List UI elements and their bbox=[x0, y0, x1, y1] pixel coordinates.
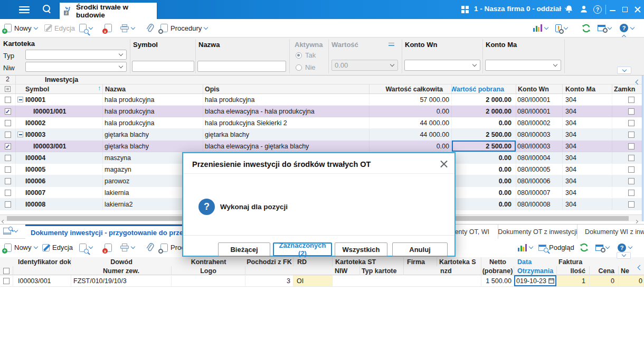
column-header-symbol[interactable]: Symbol bbox=[16, 85, 103, 93]
niw-select[interactable] bbox=[25, 62, 127, 72]
scroll-left-icon[interactable] bbox=[2, 217, 5, 225]
menu-icon[interactable] bbox=[19, 5, 31, 15]
refresh-button[interactable] bbox=[582, 19, 591, 37]
table-row[interactable]: I00003/001giętarka blachyblacha elewacyj… bbox=[0, 141, 642, 152]
cell-zamknieta[interactable] bbox=[612, 94, 642, 105]
column-header-zamknieta[interactable]: Zamkn bbox=[612, 85, 642, 93]
edit-button[interactable]: Edycja bbox=[44, 19, 75, 37]
print-button[interactable] bbox=[120, 239, 135, 256]
print-button[interactable] bbox=[120, 19, 135, 37]
cell-zamknieta[interactable] bbox=[612, 141, 642, 152]
column-header-opis[interactable]: Opis bbox=[203, 85, 370, 93]
column-header-cena[interactable]: Cena bbox=[590, 266, 619, 275]
layout-settings-button[interactable] bbox=[598, 19, 611, 37]
column-header-firma[interactable]: Firma bbox=[404, 257, 437, 266]
document-row[interactable]: I00003/001 FZST/010/19/10/3 3 OI 1 500.0… bbox=[0, 275, 644, 287]
user-icon[interactable] bbox=[580, 5, 588, 15]
row-checkbox[interactable] bbox=[0, 152, 16, 163]
notifications-icon[interactable] bbox=[565, 5, 573, 15]
cell-zamknieta[interactable] bbox=[612, 187, 642, 198]
attachments-button[interactable] bbox=[146, 239, 154, 256]
panel-view-selector[interactable] bbox=[3, 228, 17, 235]
scroll-right-icon[interactable] bbox=[635, 217, 638, 225]
tab-dokumenty-inwestycji[interactable]: Dokumenty inwestycji - przygotowanie do … bbox=[25, 225, 190, 239]
select-all-checkbox[interactable] bbox=[0, 85, 16, 93]
cell-data-otrzymania[interactable]: 019-10-23 bbox=[514, 275, 557, 286]
column-header-konto-ma[interactable]: Konto Ma bbox=[563, 85, 612, 93]
aktywna-tak-radio[interactable]: Tak bbox=[296, 51, 316, 59]
table-row[interactable]: I00001hala produkcyjnahala produkcyjna57… bbox=[0, 94, 642, 106]
cell-wartosc-pobrana[interactable]: 2 500.00 bbox=[452, 141, 516, 152]
layout-settings-button[interactable] bbox=[595, 239, 609, 256]
collapse-row-icon[interactable] bbox=[17, 132, 23, 137]
row-checkbox[interactable] bbox=[0, 187, 16, 198]
row-checkbox[interactable] bbox=[0, 141, 16, 152]
preview-button[interactable]: Podgląd bbox=[538, 239, 574, 256]
maximize-button[interactable] bbox=[622, 7, 628, 12]
apps-grid-icon[interactable] bbox=[461, 6, 469, 13]
column-header-typ-kartoteki[interactable]: Typ kartote bbox=[360, 266, 404, 275]
cell-zamknieta[interactable] bbox=[612, 164, 642, 175]
collapse-row-icon[interactable] bbox=[17, 97, 23, 102]
tab-dokumenty-ot-z-inwestycji[interactable]: Dokumenty OT z inwestycji bbox=[498, 225, 577, 239]
row-checkbox[interactable] bbox=[0, 129, 16, 140]
row-checkbox[interactable] bbox=[0, 106, 16, 117]
table-row[interactable]: I00001/001hala produkcyjnablacha elewacy… bbox=[0, 106, 642, 117]
konto-ma-select[interactable] bbox=[485, 60, 561, 71]
new-button[interactable]: Nowy bbox=[4, 239, 37, 256]
row-checkbox[interactable] bbox=[0, 199, 16, 210]
delete-button[interactable] bbox=[105, 19, 112, 37]
row-checkbox[interactable] bbox=[0, 275, 13, 286]
column-header-numer-zew[interactable]: Numer zew. bbox=[71, 266, 172, 275]
cell-zamknieta[interactable] bbox=[612, 117, 642, 128]
procedures-button[interactable]: Procedury bbox=[160, 19, 207, 37]
search-documents-button[interactable] bbox=[79, 19, 92, 37]
delete-button[interactable] bbox=[105, 239, 112, 256]
column-header-netto[interactable]: Netto bbox=[481, 257, 514, 266]
new-button[interactable]: Nowy bbox=[4, 19, 37, 37]
column-header-kontrahent[interactable]: Kontrahent bbox=[172, 257, 245, 266]
refresh-button[interactable] bbox=[580, 239, 589, 256]
row-checkbox[interactable] bbox=[0, 117, 16, 128]
attachments-button[interactable] bbox=[146, 19, 154, 37]
help-icon[interactable] bbox=[593, 5, 602, 14]
column-header-pochodzi-z-fk[interactable]: Pochodzi z FK bbox=[245, 257, 293, 266]
row-checkbox[interactable] bbox=[0, 175, 16, 186]
collapse-side-panel-icon[interactable] bbox=[638, 263, 642, 271]
column-header-ilosc[interactable]: Ilość bbox=[557, 266, 590, 275]
column-header-data[interactable]: Data bbox=[514, 257, 557, 266]
table-row[interactable]: I00003giętarka blachygiętarka blachy44 0… bbox=[0, 129, 642, 141]
column-header-kartoteka-s[interactable]: Kartoteka S bbox=[437, 257, 481, 266]
column-header-faktura[interactable]: Faktura bbox=[557, 257, 644, 266]
row-checkbox[interactable] bbox=[0, 94, 16, 105]
row-checkbox[interactable] bbox=[0, 164, 16, 175]
tab-dokumenty-wi-z-inwestycji[interactable]: Dokumenty WI z inwestycji bbox=[577, 225, 644, 239]
all-button[interactable]: Wszystkich bbox=[335, 242, 387, 256]
filter-expand-button[interactable] bbox=[617, 67, 631, 74]
aktywna-nie-radio[interactable]: Nie bbox=[296, 63, 316, 71]
selected-button[interactable]: Zaznaczonych (2) bbox=[273, 242, 332, 256]
column-header-wartosc-pobrana[interactable]: Wartość pobrana bbox=[452, 85, 516, 93]
close-icon[interactable] bbox=[440, 160, 448, 167]
typ-select[interactable] bbox=[25, 50, 127, 60]
select-all-checkbox[interactable] bbox=[0, 266, 13, 275]
collapsed-right-panel[interactable] bbox=[642, 76, 644, 221]
column-header-niw[interactable]: NIW bbox=[333, 266, 360, 275]
current-button[interactable]: Bieżącej bbox=[218, 242, 270, 256]
column-header-konto-wn[interactable]: Konto Wn bbox=[516, 85, 563, 93]
search-icon[interactable] bbox=[43, 5, 52, 14]
cell-zamknieta[interactable] bbox=[612, 129, 642, 140]
column-header-nzd[interactable]: nzd bbox=[437, 266, 481, 275]
cancel-button[interactable]: Anuluj bbox=[392, 242, 448, 256]
search-documents-button[interactable] bbox=[79, 239, 92, 256]
table-row[interactable]: I00002hala produkcyjnahala produkcyjna S… bbox=[0, 117, 642, 129]
company-selector[interactable]: 1 - Nasza firma 0 - oddział bbox=[474, 5, 569, 13]
column-header-identyfikator[interactable]: Identyfikator dokument bbox=[13, 257, 71, 266]
cell-zamknieta[interactable] bbox=[612, 106, 642, 117]
cell-zamknieta[interactable] bbox=[612, 199, 642, 210]
column-header-rd[interactable]: RD bbox=[293, 257, 333, 266]
calendar-icon[interactable] bbox=[548, 278, 554, 284]
column-header-wartosc-calkowita[interactable]: Wartość całkowita bbox=[370, 85, 452, 93]
minimize-button[interactable] bbox=[610, 10, 615, 11]
app-tab[interactable]: 2 Środki trwałe w budowie bbox=[60, 3, 157, 19]
